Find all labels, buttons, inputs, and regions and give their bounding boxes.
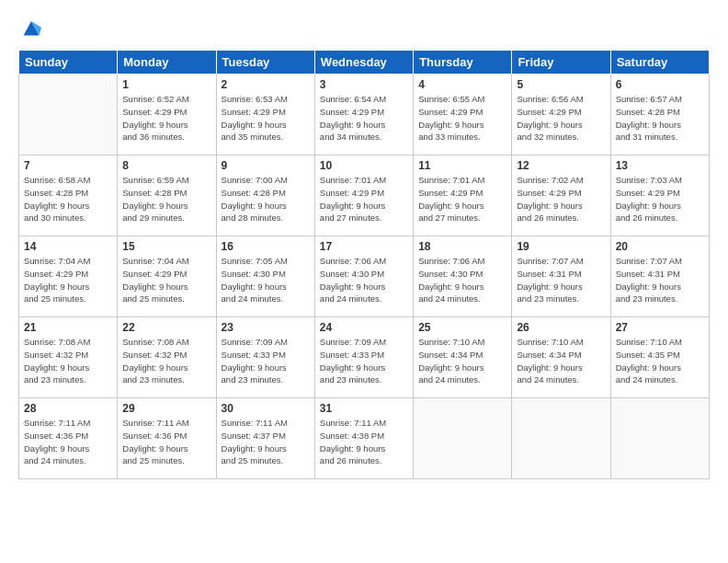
- calendar-week-1: 1Sunrise: 6:52 AMSunset: 4:29 PMDaylight…: [19, 75, 710, 155]
- day-info: Sunrise: 7:11 AMSunset: 4:38 PMDaylight:…: [320, 417, 408, 467]
- day-info: Sunrise: 7:10 AMSunset: 4:34 PMDaylight:…: [418, 336, 506, 386]
- day-number: 17: [320, 240, 408, 253]
- calendar-week-3: 14Sunrise: 7:04 AMSunset: 4:29 PMDayligh…: [19, 236, 710, 317]
- day-number: 24: [320, 321, 408, 334]
- calendar-day: 22Sunrise: 7:08 AMSunset: 4:32 PMDayligh…: [118, 317, 216, 398]
- day-number: 26: [517, 321, 605, 334]
- day-number: 30: [222, 402, 310, 415]
- day-info: Sunrise: 6:57 AMSunset: 4:28 PMDaylight:…: [616, 93, 704, 144]
- day-number: 11: [418, 159, 506, 172]
- day-number: 16: [222, 240, 310, 253]
- day-number: 18: [418, 240, 506, 253]
- calendar-day: 20Sunrise: 7:07 AMSunset: 4:31 PMDayligh…: [610, 236, 709, 317]
- calendar-day: 8Sunrise: 6:59 AMSunset: 4:28 PMDaylight…: [118, 155, 216, 236]
- day-info: Sunrise: 7:08 AMSunset: 4:32 PMDaylight:…: [122, 336, 210, 386]
- logo-icon: [18, 15, 44, 40]
- calendar-header-row: SundayMondayTuesdayWednesdayThursdayFrid…: [19, 51, 710, 75]
- day-number: 23: [222, 321, 310, 334]
- day-info: Sunrise: 7:01 AMSunset: 4:29 PMDaylight:…: [418, 174, 506, 224]
- calendar-day: 29Sunrise: 7:11 AMSunset: 4:36 PMDayligh…: [118, 398, 216, 479]
- day-info: Sunrise: 7:09 AMSunset: 4:33 PMDaylight:…: [320, 336, 408, 386]
- day-number: 3: [320, 78, 408, 91]
- calendar-day: 19Sunrise: 7:07 AMSunset: 4:31 PMDayligh…: [512, 236, 610, 317]
- day-info: Sunrise: 6:58 AMSunset: 4:28 PMDaylight:…: [24, 174, 112, 224]
- day-info: Sunrise: 7:10 AMSunset: 4:35 PMDaylight:…: [616, 336, 704, 386]
- day-number: 6: [616, 78, 704, 91]
- calendar-day: 21Sunrise: 7:08 AMSunset: 4:32 PMDayligh…: [19, 317, 118, 398]
- day-number: 20: [616, 240, 704, 253]
- calendar-day: 16Sunrise: 7:05 AMSunset: 4:30 PMDayligh…: [216, 236, 314, 317]
- calendar-day: 17Sunrise: 7:06 AMSunset: 4:30 PMDayligh…: [314, 236, 413, 317]
- day-number: 7: [24, 159, 112, 172]
- day-number: 2: [222, 78, 310, 91]
- calendar-day: 10Sunrise: 7:01 AMSunset: 4:29 PMDayligh…: [314, 155, 413, 236]
- calendar-week-5: 28Sunrise: 7:11 AMSunset: 4:36 PMDayligh…: [19, 398, 710, 479]
- calendar: SundayMondayTuesdayWednesdayThursdayFrid…: [18, 50, 710, 479]
- day-number: 13: [616, 159, 704, 172]
- day-info: Sunrise: 7:11 AMSunset: 4:37 PMDaylight:…: [222, 417, 310, 467]
- day-number: 21: [24, 321, 112, 334]
- day-number: 31: [320, 402, 408, 415]
- col-header-monday: Monday: [118, 51, 216, 75]
- day-info: Sunrise: 7:07 AMSunset: 4:31 PMDaylight:…: [616, 255, 704, 305]
- day-number: 5: [517, 78, 605, 91]
- calendar-day: 18Sunrise: 7:06 AMSunset: 4:30 PMDayligh…: [414, 236, 512, 317]
- day-number: 9: [222, 159, 310, 172]
- calendar-day: 11Sunrise: 7:01 AMSunset: 4:29 PMDayligh…: [414, 155, 512, 236]
- calendar-day: 6Sunrise: 6:57 AMSunset: 4:28 PMDaylight…: [610, 75, 709, 155]
- day-info: Sunrise: 7:09 AMSunset: 4:33 PMDaylight:…: [222, 336, 310, 386]
- calendar-day: 13Sunrise: 7:03 AMSunset: 4:29 PMDayligh…: [610, 155, 709, 236]
- calendar-day: 25Sunrise: 7:10 AMSunset: 4:34 PMDayligh…: [414, 317, 512, 398]
- header: [18, 15, 710, 40]
- day-info: Sunrise: 7:06 AMSunset: 4:30 PMDaylight:…: [418, 255, 506, 305]
- calendar-day: 9Sunrise: 7:00 AMSunset: 4:28 PMDaylight…: [216, 155, 314, 236]
- calendar-day: 23Sunrise: 7:09 AMSunset: 4:33 PMDayligh…: [216, 317, 314, 398]
- calendar-day: 30Sunrise: 7:11 AMSunset: 4:37 PMDayligh…: [216, 398, 314, 479]
- calendar-day: 12Sunrise: 7:02 AMSunset: 4:29 PMDayligh…: [512, 155, 610, 236]
- calendar-week-2: 7Sunrise: 6:58 AMSunset: 4:28 PMDaylight…: [19, 155, 710, 236]
- calendar-day: 7Sunrise: 6:58 AMSunset: 4:28 PMDaylight…: [19, 155, 118, 236]
- calendar-day: 14Sunrise: 7:04 AMSunset: 4:29 PMDayligh…: [19, 236, 118, 317]
- calendar-day: [19, 75, 118, 155]
- day-number: 15: [122, 240, 210, 253]
- day-info: Sunrise: 7:01 AMSunset: 4:29 PMDaylight:…: [320, 174, 408, 224]
- day-info: Sunrise: 6:55 AMSunset: 4:29 PMDaylight:…: [418, 93, 506, 144]
- calendar-day: 4Sunrise: 6:55 AMSunset: 4:29 PMDaylight…: [414, 75, 512, 155]
- calendar-day: 3Sunrise: 6:54 AMSunset: 4:29 PMDaylight…: [314, 75, 413, 155]
- day-info: Sunrise: 7:07 AMSunset: 4:31 PMDaylight:…: [517, 255, 605, 305]
- day-info: Sunrise: 7:05 AMSunset: 4:30 PMDaylight:…: [222, 255, 310, 305]
- day-number: 4: [418, 78, 506, 91]
- page: SundayMondayTuesdayWednesdayThursdayFrid…: [0, 0, 728, 563]
- calendar-day: [610, 398, 709, 479]
- day-info: Sunrise: 7:10 AMSunset: 4:34 PMDaylight:…: [517, 336, 605, 386]
- logo: [18, 15, 48, 40]
- day-info: Sunrise: 6:53 AMSunset: 4:29 PMDaylight:…: [222, 93, 310, 144]
- day-number: 10: [320, 159, 408, 172]
- calendar-day: 26Sunrise: 7:10 AMSunset: 4:34 PMDayligh…: [512, 317, 610, 398]
- day-info: Sunrise: 7:11 AMSunset: 4:36 PMDaylight:…: [24, 417, 112, 467]
- calendar-day: 31Sunrise: 7:11 AMSunset: 4:38 PMDayligh…: [314, 398, 413, 479]
- col-header-thursday: Thursday: [414, 51, 512, 75]
- col-header-sunday: Sunday: [19, 51, 118, 75]
- day-info: Sunrise: 7:11 AMSunset: 4:36 PMDaylight:…: [122, 417, 210, 467]
- col-header-wednesday: Wednesday: [314, 51, 413, 75]
- day-info: Sunrise: 7:04 AMSunset: 4:29 PMDaylight:…: [24, 255, 112, 305]
- calendar-day: 1Sunrise: 6:52 AMSunset: 4:29 PMDaylight…: [118, 75, 216, 155]
- col-header-saturday: Saturday: [610, 51, 709, 75]
- calendar-day: 2Sunrise: 6:53 AMSunset: 4:29 PMDaylight…: [216, 75, 314, 155]
- col-header-tuesday: Tuesday: [216, 51, 314, 75]
- day-number: 12: [517, 159, 605, 172]
- day-info: Sunrise: 7:02 AMSunset: 4:29 PMDaylight:…: [517, 174, 605, 224]
- day-info: Sunrise: 7:03 AMSunset: 4:29 PMDaylight:…: [616, 174, 704, 224]
- day-number: 27: [616, 321, 704, 334]
- day-number: 25: [418, 321, 506, 334]
- day-info: Sunrise: 7:08 AMSunset: 4:32 PMDaylight:…: [24, 336, 112, 386]
- day-info: Sunrise: 6:54 AMSunset: 4:29 PMDaylight:…: [320, 93, 408, 144]
- day-number: 29: [122, 402, 210, 415]
- col-header-friday: Friday: [512, 51, 610, 75]
- calendar-day: [414, 398, 512, 479]
- day-number: 22: [122, 321, 210, 334]
- calendar-day: 5Sunrise: 6:56 AMSunset: 4:29 PMDaylight…: [512, 75, 610, 155]
- calendar-week-4: 21Sunrise: 7:08 AMSunset: 4:32 PMDayligh…: [19, 317, 710, 398]
- calendar-day: 15Sunrise: 7:04 AMSunset: 4:29 PMDayligh…: [118, 236, 216, 317]
